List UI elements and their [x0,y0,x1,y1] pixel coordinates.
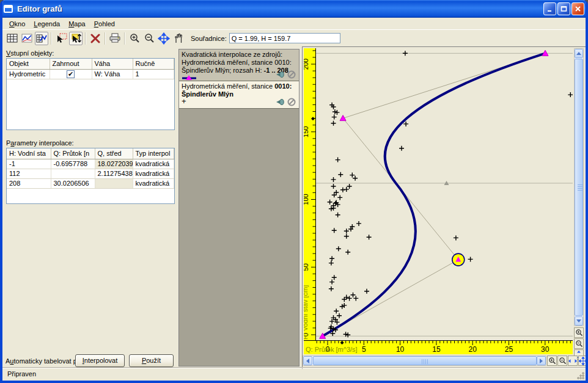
apply-button[interactable]: Použít [129,354,174,367]
col-header-vaha: Váha [92,59,133,69]
legend-panel: Kvadratická interpolace ze zdrojů: Hydro… [178,49,300,367]
maximize-button[interactable] [557,2,570,15]
col-header-h: H: Vodní sta [7,148,51,159]
zoom-out-y-button[interactable] [574,338,584,349]
zoom-out-icon[interactable] [142,32,156,45]
pushpin-icon[interactable] [276,70,285,79]
col-header-qstred: Q, střed [95,148,133,159]
table-row[interactable]: 20830.0206506 kvadratická [7,178,174,188]
svg-text:25: 25 [505,345,513,354]
svg-text:10: 10 [396,345,405,354]
print-icon[interactable] [108,32,122,45]
scroll-left-button[interactable] [303,356,312,365]
select-icon[interactable] [54,32,68,45]
col-header-zahrnout: Zahrnout [50,59,92,69]
coordinates-input[interactable] [229,33,340,43]
close-button[interactable] [571,2,584,15]
col-header-objekt: Objekt [7,59,50,69]
legend-entry-interpolation[interactable]: Kvadratická interpolace ze zdrojů: Hydro… [179,49,299,81]
svg-text:H: Vodní stav [cm]: H: Vodní stav [cm] [304,285,309,340]
coordinates-label: Souřadnice: [191,35,227,42]
svg-text:30: 30 [541,345,549,354]
svg-text:15: 15 [432,345,441,354]
vertical-scrollbar[interactable] [574,48,584,326]
app-window: Editor grafů Okno Legenda Mapa Pohled So… [0,0,588,383]
svg-text:200: 200 [304,59,309,70]
svg-text:5: 5 [362,345,366,354]
svg-text:20: 20 [469,345,477,354]
zoom-in-icon[interactable] [128,32,141,45]
legend-entry-measurements[interactable]: Hydrometrická měření, stanice 0010: Špin… [179,81,299,109]
objects-table: Objekt Zahrnout Váha Ručně Hydrometric ✔… [6,58,175,130]
status-bar: Připraven [2,368,586,381]
interpolate-button[interactable]: Interpolovat [75,354,125,367]
app-icon [4,5,13,13]
series-line-symbol [182,75,197,81]
scroll-up-button[interactable] [575,49,583,58]
fit-horizontal-button[interactable] [568,356,578,366]
menu-legenda[interactable]: Legenda [29,19,64,29]
interp-params-label: Parametry interpolace: [6,139,74,147]
menu-pohled[interactable]: Pohled [90,19,119,29]
toolbar-separator [51,32,52,45]
zoom-in-y-button[interactable] [574,327,584,338]
toolbar-separator [124,32,125,45]
input-objects-label: Vstupní objekty: [6,49,54,57]
interp-table: H: Vodní sta Q: Průtok [n Q, střed Typ i… [6,148,175,204]
table-chart-icon[interactable] [35,32,48,45]
delete-icon[interactable] [89,32,102,45]
x-axis-ruler[interactable]: 051015202530Q: Průtok [m^3/s] [304,340,573,354]
svg-text:100: 100 [304,194,309,205]
fit-all-button[interactable] [578,356,588,366]
menu-okno[interactable]: Okno [5,19,29,29]
svg-text:150: 150 [304,126,309,137]
auto-tabulate-label[interactable]: Automaticky tabelovat p [6,357,75,365]
toolbar: Souřadnice: [2,30,586,46]
vertical-scroll-thumb[interactable] [575,59,583,316]
table-row[interactable]: Hydrometric ✔ W: Váha 1 [7,69,174,79]
no-entry-icon[interactable] [287,70,296,79]
scroll-down-button[interactable] [575,316,583,326]
include-checkbox[interactable]: ✔ [67,70,75,78]
toolbar-separator [85,32,86,45]
select-move-icon[interactable] [69,32,83,45]
col-header-rucne: Ručně [133,59,174,69]
col-header-q: Q: Průtok [n [51,148,95,159]
title-bar[interactable]: Editor grafů [0,0,588,18]
table-row[interactable]: 112 2.11275438kvadratická [7,169,174,178]
scroll-right-button[interactable] [537,356,546,365]
horizontal-scrollbar[interactable] [303,356,546,366]
zoom-in-x-button[interactable] [547,356,557,366]
status-text: Připraven [7,370,36,378]
horizontal-scroll-thumb[interactable] [313,356,537,365]
no-entry-icon[interactable] [287,98,296,106]
svg-text:50: 50 [304,263,309,271]
resize-grip[interactable] [576,371,584,379]
y-axis-ruler[interactable]: 050100150200H: Vodní stav [cm] [304,48,316,340]
plot-area[interactable] [316,48,573,340]
window-title: Editor grafů [17,4,62,13]
menu-mapa[interactable]: Mapa [64,19,90,29]
chart-icon[interactable] [20,32,34,45]
table-icon[interactable] [6,32,19,45]
table-row[interactable]: -1-0.6957788 18.0272039kvadratická [7,159,174,169]
toolbar-separator [105,32,106,45]
minimize-button[interactable] [543,2,556,15]
svg-text:Q: Průtok [m^3/s]: Q: Průtok [m^3/s] [306,346,358,353]
menu-bar: Okno Legenda Mapa Pohled [2,18,586,30]
col-header-typ: Typ interpol [133,148,174,159]
hand-icon[interactable] [172,32,185,45]
pan-icon[interactable] [157,32,171,45]
pushpin-icon[interactable] [276,98,285,106]
zoom-out-x-button[interactable] [557,356,567,366]
